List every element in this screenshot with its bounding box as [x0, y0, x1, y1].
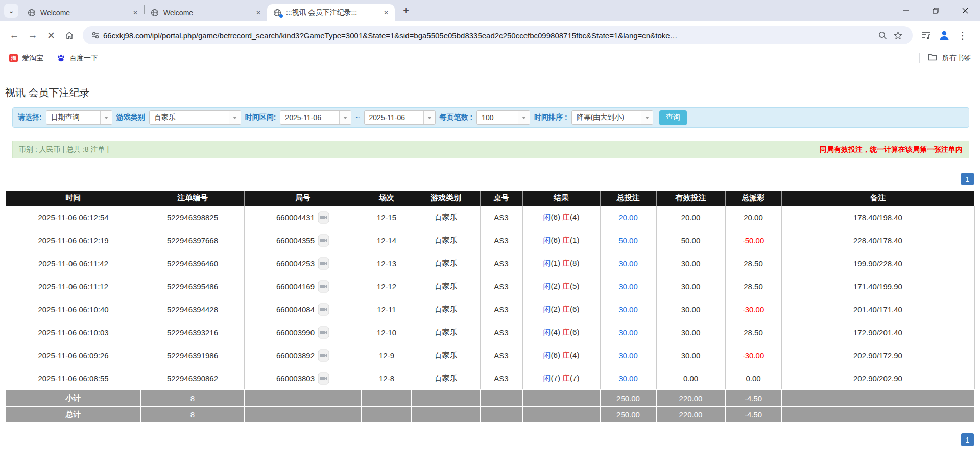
page-1-button[interactable]: 1 — [961, 173, 974, 185]
table-row: 2025-11-06 06:08:55522946390862660003803… — [6, 367, 974, 390]
round-wrap: 660003892 — [276, 349, 329, 362]
total-bet-link[interactable]: 50.00 — [618, 236, 638, 245]
table-row: 2025-11-06 06:10:03522946393216660003990… — [6, 321, 974, 344]
tab-search-button[interactable]: ⌄ — [4, 4, 18, 18]
all-bookmarks-label[interactable]: 所有书签 — [942, 54, 971, 63]
home-icon — [64, 30, 75, 40]
total-bet-link[interactable]: 20.00 — [618, 213, 638, 222]
cell-valid-bet: 30.00 — [656, 275, 725, 298]
round-number: 660004431 — [276, 213, 315, 222]
date-from-select[interactable]: 2025-11-06 — [280, 110, 351, 125]
total-bet-link[interactable]: 30.00 — [618, 328, 638, 337]
footer-empty-cell — [412, 390, 480, 406]
tab-close-icon[interactable]: ✕ — [131, 8, 140, 17]
column-header: 总派彩 — [725, 191, 781, 206]
url-bar[interactable]: 66cxkj98.com/ipl/portal.php/game/betreco… — [83, 26, 913, 44]
cell-note: 178.40/198.40 — [781, 206, 974, 229]
total-bet-link[interactable]: 30.00 — [618, 305, 638, 314]
footer-empty-cell — [781, 406, 974, 423]
footer-label: 小计 — [6, 390, 141, 406]
tab-close-icon[interactable]: ✕ — [381, 8, 391, 17]
browser-tab[interactable]: Welcome✕ — [21, 4, 144, 21]
cell-game-type: 百家乐 — [412, 298, 480, 321]
cell-bet-time: 2025-11-06 06:08:55 — [6, 367, 141, 390]
video-replay-icon[interactable] — [318, 303, 329, 316]
minimize-button[interactable] — [891, 0, 921, 21]
date-to-select[interactable]: 2025-11-06 — [364, 110, 436, 125]
sort-order-select[interactable]: 降幂(由大到小) — [571, 110, 653, 125]
bookmark-item[interactable]: 淘爱淘宝 — [9, 54, 43, 63]
round-number: 660003803 — [276, 374, 315, 383]
cell-round-number: 660004355 — [244, 229, 362, 252]
column-header: 注单编号 — [141, 191, 244, 206]
bookmark-item[interactable]: 百度一下 — [57, 54, 98, 63]
video-replay-icon[interactable] — [318, 257, 329, 270]
bookmark-star-icon[interactable] — [890, 31, 905, 40]
total-bet-link[interactable]: 30.00 — [618, 282, 638, 291]
cell-bet-time: 2025-11-06 06:10:40 — [6, 298, 141, 321]
cell-total-bet: 50.00 — [600, 229, 656, 252]
result-part: 闲(6) — [543, 213, 560, 221]
video-replay-icon[interactable] — [318, 372, 329, 385]
sort-order-label: 时间排序 : — [534, 113, 567, 122]
tab-favicon-globe-icon — [273, 9, 281, 17]
chevron-down-icon — [423, 111, 435, 124]
footer-payout: -4.50 — [725, 406, 781, 423]
search-button[interactable]: 查询 — [659, 110, 687, 125]
cell-game-type: 百家乐 — [412, 367, 480, 390]
cell-payout: -30.00 — [725, 298, 781, 321]
tab-favicon-globe-icon — [28, 9, 36, 17]
new-tab-button[interactable]: + — [399, 4, 413, 18]
summary-info-bar: 币别 : 人民币 | 总共 :8 注单 | 同局有效投注，统一计算在该局第一张注… — [12, 141, 969, 158]
result-part: 庄(4) — [562, 213, 579, 221]
cell-bet-id: 522946395486 — [141, 275, 244, 298]
video-replay-icon[interactable] — [318, 349, 329, 362]
per-page-label: 每页笔数 : — [440, 113, 473, 122]
column-header: 场次 — [362, 191, 412, 206]
folder-icon — [928, 53, 937, 63]
home-button[interactable] — [60, 26, 79, 44]
result-part: 庄(7) — [562, 374, 579, 382]
column-header: 备注 — [781, 191, 974, 206]
video-replay-icon[interactable] — [318, 211, 329, 224]
media-controls-icon[interactable] — [917, 26, 935, 44]
cell-total-bet: 30.00 — [600, 298, 656, 321]
result-part: 庄(6) — [562, 305, 579, 313]
page-1-button[interactable]: 1 — [961, 433, 974, 446]
zoom-icon[interactable] — [875, 31, 890, 40]
result-part: 闲(6) — [543, 351, 560, 359]
tab-close-icon[interactable]: ✕ — [254, 8, 263, 17]
close-window-button[interactable] — [950, 0, 980, 21]
stop-loading-button[interactable]: ✕ — [42, 26, 60, 44]
cell-total-bet: 30.00 — [600, 321, 656, 344]
total-bet-link[interactable]: 30.00 — [618, 351, 638, 360]
browser-menu-icon[interactable]: ⋮ — [953, 26, 972, 44]
video-replay-icon[interactable] — [318, 280, 329, 293]
table-row: 2025-11-06 06:10:40522946394428660004084… — [6, 298, 974, 321]
cell-total-bet: 30.00 — [600, 344, 656, 367]
video-replay-icon[interactable] — [318, 326, 329, 339]
browser-tab[interactable]: :::视讯 会员下注纪录:::✕ — [267, 4, 395, 21]
cell-valid-bet: 30.00 — [656, 298, 725, 321]
site-settings-icon[interactable] — [88, 31, 103, 40]
profile-avatar[interactable] — [935, 26, 953, 44]
cell-valid-bet: 20.00 — [656, 206, 725, 229]
query-type-select[interactable]: 日期查询 — [46, 110, 112, 125]
back-button[interactable]: ← — [5, 26, 23, 44]
total-bet-link[interactable]: 30.00 — [618, 374, 638, 383]
video-replay-icon[interactable] — [318, 234, 329, 247]
forward-button[interactable]: → — [23, 26, 42, 44]
total-bet-link[interactable]: 30.00 — [618, 259, 638, 268]
cell-bet-time: 2025-11-06 06:12:19 — [6, 229, 141, 252]
cell-payout: -30.00 — [725, 344, 781, 367]
browser-tab[interactable]: Welcome✕ — [145, 4, 267, 21]
per-page-select[interactable]: 100 — [476, 110, 530, 125]
game-type-label: 游戏类别 — [116, 113, 145, 122]
cell-session: 12-11 — [362, 298, 412, 321]
cell-note: 228.40/178.40 — [781, 229, 974, 252]
game-type-select[interactable]: 百家乐 — [149, 110, 241, 125]
restore-button[interactable] — [921, 0, 950, 21]
cell-bet-id: 522946393216 — [141, 321, 244, 344]
url-text[interactable]: 66cxkj98.com/ipl/portal.php/game/betreco… — [103, 31, 875, 40]
cell-table-number: AS3 — [480, 206, 522, 229]
